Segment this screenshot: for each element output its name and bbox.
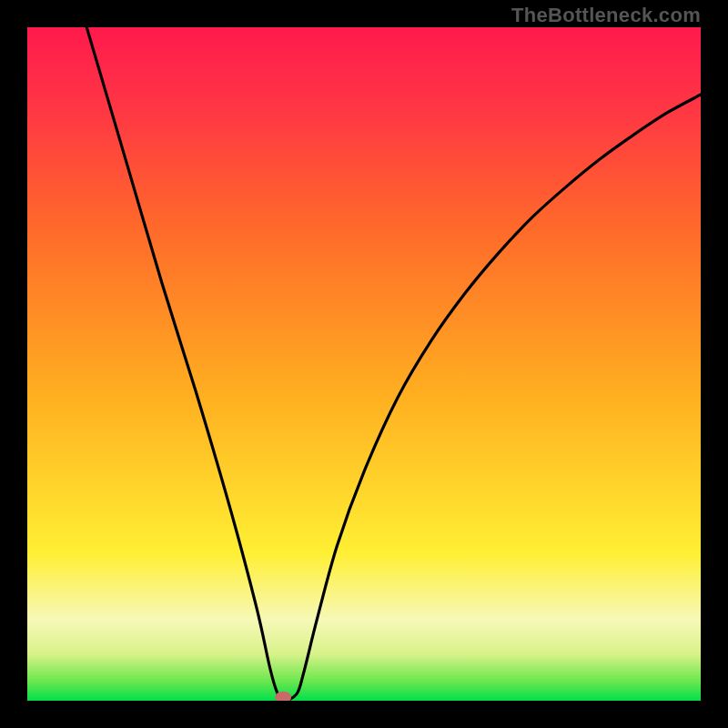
- plot-svg: [27, 27, 701, 701]
- chart-frame: TheBottleneck.com: [0, 0, 728, 728]
- watermark-text: TheBottleneck.com: [511, 4, 701, 27]
- svg-rect-0: [27, 27, 701, 701]
- bottleneck-plot: [27, 27, 701, 701]
